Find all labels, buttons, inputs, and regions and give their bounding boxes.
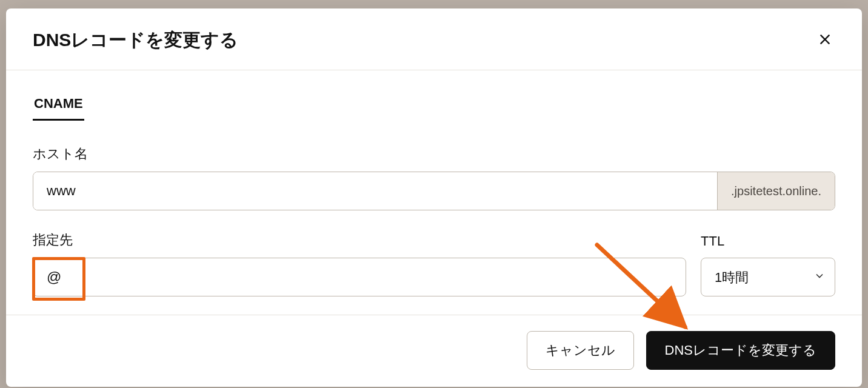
submit-button[interactable]: DNSレコードを変更する (646, 331, 835, 370)
ttl-label: TTL (701, 233, 835, 249)
modal-body: CNAME ホスト名 .jpsitetest.online. 指定先 TTL (6, 70, 862, 315)
modal-footer: キャンセル DNSレコードを変更する (6, 315, 862, 387)
close-button[interactable] (815, 29, 835, 52)
row-pointsto-ttl: 指定先 TTL 1時間 (33, 231, 835, 296)
tabs: CNAME (33, 93, 835, 121)
field-pointsto: 指定先 (33, 231, 686, 296)
modal-title: DNSレコードを変更する (33, 28, 238, 53)
modal-header: DNSレコードを変更する (6, 8, 862, 70)
close-icon (818, 33, 832, 48)
hostname-suffix: .jpsitetest.online. (717, 172, 835, 210)
pointsto-input[interactable] (33, 258, 686, 296)
dns-edit-modal: DNSレコードを変更する CNAME ホスト名 .jpsitetest.onli… (6, 8, 862, 387)
hostname-label: ホスト名 (33, 145, 835, 163)
field-hostname: ホスト名 .jpsitetest.online. (33, 145, 835, 210)
ttl-select[interactable]: 1時間 (701, 258, 835, 296)
hostname-input[interactable] (33, 172, 717, 210)
tab-cname[interactable]: CNAME (33, 93, 84, 121)
cancel-button[interactable]: キャンセル (527, 331, 634, 370)
field-ttl: TTL 1時間 (701, 233, 835, 296)
pointsto-label: 指定先 (33, 231, 686, 249)
hostname-row: .jpsitetest.online. (33, 172, 835, 210)
